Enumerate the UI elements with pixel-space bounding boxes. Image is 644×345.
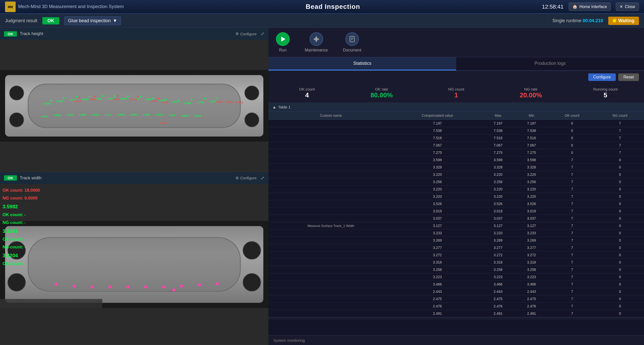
svg-point-15	[102, 95, 103, 97]
cell-comp-value: 3.598	[393, 156, 481, 164]
cell-comp-value: 3.258	[393, 266, 481, 273]
cell-max: 3.256	[481, 178, 515, 186]
track-height-header: OK Track height ⚙ Configure ⤢	[0, 28, 268, 40]
cell-comp-value: 3.220	[393, 171, 481, 178]
table-collapse-icon[interactable]: ▲	[272, 105, 276, 109]
svg-text:2.5561: 2.5561	[89, 98, 97, 101]
table-row: 2.4912.4912.49170	[268, 310, 644, 317]
svg-rect-70	[28, 238, 240, 291]
track-height-expand-btn[interactable]: ⤢	[261, 31, 264, 37]
cell-comp-value: 3.127	[393, 222, 481, 229]
running-count-value: 5	[604, 91, 607, 99]
svg-point-18	[140, 96, 141, 97]
track-height-actions: ⚙ Configure ⤢	[235, 31, 264, 37]
svg-point-75	[55, 283, 58, 286]
col-min: Min	[515, 111, 548, 120]
cell-max: 2.476	[481, 303, 515, 310]
svg-point-7	[10, 86, 24, 100]
ng-count-stat: NG count 1	[423, 87, 490, 99]
svg-point-73	[243, 241, 261, 259]
svg-text:3.5538: 3.5538	[118, 113, 125, 116]
svg-text:2.4495: 2.4495	[82, 98, 89, 101]
cell-ng-count: 0	[596, 215, 644, 222]
svg-point-12	[63, 97, 65, 99]
ok-rate-value: 80.00%	[371, 91, 393, 99]
track-width-expand-btn[interactable]: ⤢	[261, 175, 264, 181]
svg-point-83	[198, 283, 201, 286]
svg-text:3.5765: 3.5765	[156, 113, 163, 116]
reset-stats-button[interactable]: Reset	[618, 73, 639, 81]
cell-custom-name	[268, 244, 393, 251]
cell-ng-count: 7	[596, 142, 644, 149]
cell-ng-count: 0	[596, 164, 644, 171]
document-icon-item[interactable]: Document	[343, 32, 361, 52]
cell-ng-count: 0	[596, 156, 644, 164]
svg-text:2.8625: 2.8625	[169, 114, 176, 117]
svg-text:3.2365: 3.2365	[54, 114, 61, 117]
svg-point-81	[162, 285, 165, 289]
svg-point-79	[126, 285, 129, 289]
table-row: 3.0193.0193.01970	[268, 208, 644, 215]
svg-text:-2.4831: -2.4831	[235, 101, 243, 104]
ok-rate-label: OK rate	[375, 87, 388, 91]
cell-max: 3.598	[481, 156, 515, 164]
svg-point-26	[94, 96, 95, 97]
ng-rate-value: 20.00%	[520, 91, 542, 99]
ok-count-label: OK count	[299, 87, 315, 91]
cell-ng-count: 0	[596, 178, 644, 186]
run-icon-item[interactable]: Run	[276, 32, 290, 52]
cell-ng-count: 0	[596, 266, 644, 273]
maintenance-icon-item[interactable]: Maintenance	[305, 32, 328, 52]
toolbar: Judgment result OK Glue bead inspection …	[0, 14, 644, 28]
cell-ng-count: 0	[596, 186, 644, 193]
cell-ng-count: 0	[596, 288, 644, 295]
cell-custom-name	[268, 164, 393, 171]
tab-statistics[interactable]: Statistics	[268, 57, 456, 70]
ok-rate-stat: OK rate 80.00%	[348, 87, 415, 99]
data-table-container[interactable]: ▲ Table 1 Custom name Compensated value …	[268, 103, 644, 335]
app-name: Mech-Mind 3D Measurement and Inspection …	[18, 4, 124, 9]
clock: 12:58:41	[542, 4, 564, 10]
glue-bead-dropdown[interactable]: Glue bead inspection ▼	[64, 16, 121, 25]
table-row: 2.4762.4762.47670	[268, 303, 644, 310]
cell-max: 3.328	[481, 164, 515, 171]
cell-min: 3.272	[515, 251, 548, 259]
waiting-dot	[613, 19, 616, 22]
svg-point-11	[50, 100, 52, 101]
judgment-label: Judgment result	[5, 18, 37, 23]
cell-max: 3.223	[481, 273, 515, 281]
cell-ok-count: 0	[548, 127, 596, 134]
cell-ng-count: 0	[596, 295, 644, 303]
track-width-configure-btn[interactable]: ⚙ Configure	[235, 176, 257, 180]
track-height-configure-btn[interactable]: ⚙ Configure	[235, 32, 257, 36]
tab-production-logs[interactable]: Production logs	[456, 57, 644, 70]
table-row: 3.0373.0373.03770	[268, 215, 644, 222]
cell-comp-value: 3.019	[393, 208, 481, 215]
svg-point-80	[144, 285, 147, 289]
svg-rect-89	[314, 39, 319, 40]
table-row: 3.2333.2333.23370	[268, 229, 644, 237]
logo-area: MM Mech-Mind 3D Measurement and Inspecti…	[5, 2, 124, 12]
stats-actions: Configure Reset	[268, 71, 644, 83]
svg-text:3.2289: 3.2289	[79, 113, 86, 116]
cell-comp-value: 3.277	[393, 244, 481, 251]
cell-min: 3.526	[515, 200, 548, 208]
cell-ok-count: 7	[548, 259, 596, 266]
horizontal-scrollbar[interactable]	[268, 317, 644, 320]
home-interface-button[interactable]: 🏠 Home Interface	[569, 3, 611, 11]
cell-ng-count: 0	[596, 273, 644, 281]
runtime-label: Single runtime 00:04.210	[553, 18, 603, 23]
svg-point-28	[137, 96, 139, 97]
cell-min: 3.037	[515, 215, 548, 222]
cell-min: 2.491	[515, 310, 548, 317]
cell-custom-name	[268, 134, 393, 142]
svg-point-84	[216, 282, 219, 285]
cell-comp-value: 3.466	[393, 281, 481, 288]
track-width-header: OK Track width ⚙ Configure ⤢	[0, 172, 268, 184]
configure-stats-button[interactable]: Configure	[588, 73, 616, 81]
cell-max: 3.526	[481, 200, 515, 208]
cell-ok-count: 7	[548, 178, 596, 186]
close-button[interactable]: ✕ Close	[616, 3, 639, 11]
track-width-image: OK count: 18.0000 NG count: 0.0000 3.598…	[0, 184, 268, 345]
cell-custom-name	[268, 303, 393, 310]
